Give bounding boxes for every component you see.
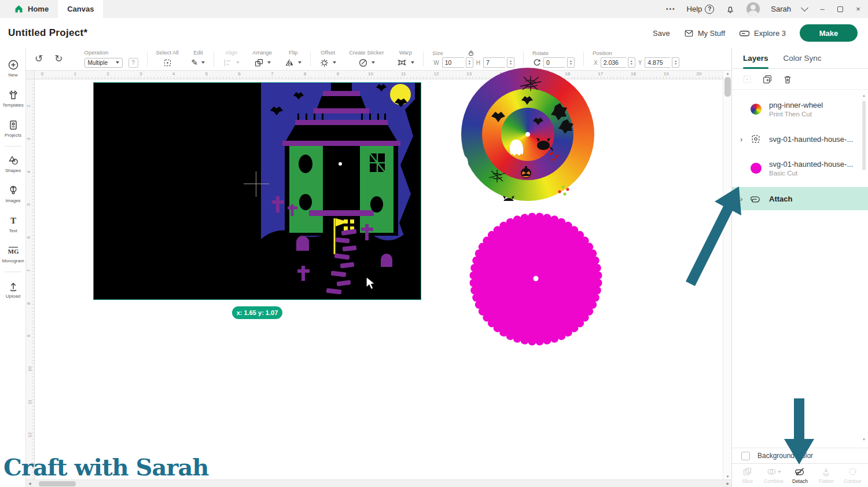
tab-home[interactable]: Home [5, 0, 58, 18]
panel-scroll-thumb[interactable] [862, 101, 866, 170]
detach-icon [795, 467, 805, 477]
create-sticker-menu[interactable]: Create Sticker [343, 49, 390, 68]
position-y-stepper[interactable]: ▲▼ [672, 57, 679, 68]
v-scroll-thumb[interactable] [724, 77, 731, 97]
layer-row-svg-01-haunted-house[interactable]: svg-01-haunted-house-...Basic Cut [732, 153, 868, 182]
panel-scroll-down-icon[interactable]: ▼ [862, 438, 866, 441]
slice-icon [742, 467, 752, 477]
help-label: Help [687, 5, 703, 13]
magenta-scallop-artwork[interactable] [468, 211, 604, 347]
redo-icon[interactable]: ↻ [54, 53, 62, 65]
position-y-input[interactable] [645, 57, 670, 68]
chevron-down-icon [298, 61, 301, 64]
width-stepper[interactable]: ▲▼ [466, 57, 473, 68]
coordinate-badge: x: 1.65 y: 1.07 [232, 306, 282, 319]
canvas-vertical-scrollbar[interactable]: ▲ ▼ [723, 71, 731, 479]
combine-button[interactable]: Combine [761, 467, 786, 484]
slice-button[interactable]: Slice [735, 467, 760, 484]
layer-subtitle: Basic Cut [769, 170, 853, 177]
save-button[interactable]: Save [653, 29, 670, 38]
flatten-button[interactable]: Flatten [814, 467, 839, 484]
layer-title: svg-01-haunted-house-... [769, 135, 853, 144]
sidebar-item-shapes[interactable]: Shapes [0, 149, 26, 179]
tab-color-sync[interactable]: Color Sync [784, 47, 822, 69]
scroll-right-icon[interactable]: ▶ [726, 481, 729, 485]
layer-row-attach[interactable]: ›Attach [732, 187, 868, 210]
bell-icon[interactable] [725, 4, 735, 14]
help-button[interactable]: Help ? [687, 5, 715, 14]
machine-select[interactable]: Explore 3 [739, 29, 786, 38]
select-all-button[interactable]: Select All [150, 49, 185, 68]
edit-menu[interactable]: Edit ✎ [185, 49, 212, 68]
x-label: X [594, 60, 598, 66]
width-input[interactable] [442, 57, 464, 68]
sidebar-item-monogram[interactable]: MGMonogram [0, 239, 26, 269]
minimize-button[interactable]: – [818, 5, 826, 13]
height-stepper[interactable]: ▲▼ [507, 57, 514, 68]
user-avatar[interactable] [746, 2, 760, 16]
sidebar-item-text[interactable]: TText [0, 209, 26, 239]
combine-icon [767, 467, 781, 477]
rotate-input[interactable] [543, 57, 565, 68]
lock-icon[interactable] [468, 50, 475, 56]
layer-title: Attach [769, 195, 792, 203]
templates-icon [8, 89, 19, 101]
layer-row-svg-01-haunted-house[interactable]: ›svg-01-haunted-house-... [732, 128, 868, 150]
duplicate-icon[interactable] [762, 74, 773, 85]
scallop-center-dot [534, 276, 539, 281]
sidebar-item-new[interactable]: New [0, 53, 26, 83]
chevron-down-icon [778, 471, 781, 473]
position-x-stepper[interactable]: ▲▼ [628, 57, 635, 68]
sidebar-item-templates[interactable]: Templates [0, 83, 26, 113]
more-menu-icon[interactable]: ••• [666, 6, 676, 12]
arrange-menu[interactable]: Arrange [246, 49, 278, 68]
scroll-left-icon[interactable]: ◀ [28, 481, 31, 485]
sidebar-item-upload[interactable]: Upload [0, 274, 26, 305]
my-stuff-button[interactable]: My Stuff [684, 29, 725, 38]
sidebar-item-images[interactable]: Images [0, 179, 26, 209]
layer-row-png-inner-wheel[interactable]: png-inner-wheelPrint Then Cut [732, 94, 868, 123]
scroll-down-icon[interactable]: ▼ [723, 475, 732, 478]
trash-icon[interactable] [782, 74, 793, 85]
tab-layers[interactable]: Layers [743, 47, 768, 69]
warp-menu[interactable]: Warp [390, 49, 421, 68]
background-color-checkbox[interactable] [741, 452, 750, 460]
height-input[interactable] [483, 57, 505, 68]
panel-scroll-up-icon[interactable]: ▲ [862, 94, 866, 97]
h-ruler-number: 10 [368, 71, 373, 76]
user-name[interactable]: Sarah [771, 5, 791, 13]
maximize-button[interactable] [837, 6, 843, 12]
operation-help-button[interactable]: ? [128, 58, 138, 68]
mouse-cursor-icon [365, 276, 378, 294]
close-button[interactable]: × [854, 5, 862, 13]
scroll-up-icon[interactable]: ▲ [723, 72, 732, 75]
align-menu[interactable]: Align [216, 49, 246, 68]
user-menu-chevron-icon[interactable] [801, 4, 808, 12]
make-button[interactable]: Make [800, 24, 858, 42]
rainbow-wheel-artwork[interactable] [461, 68, 594, 201]
haunted-house-artwork[interactable] [94, 83, 421, 299]
undo-icon[interactable]: ↺ [35, 53, 43, 65]
tab-canvas[interactable]: Canvas [58, 0, 103, 18]
rotate-stepper[interactable]: ▲▼ [567, 57, 575, 68]
chevron-right-icon[interactable]: › [740, 135, 749, 144]
contour-button[interactable]: Contour [840, 467, 865, 484]
detach-button[interactable]: Detach [787, 467, 812, 484]
chevron-down-icon [236, 61, 240, 64]
select-layers-icon[interactable] [742, 74, 752, 85]
chevron-down-icon [333, 61, 336, 64]
h-ruler-number: 8 [304, 71, 306, 76]
sidebar-item-projects[interactable]: Projects [0, 113, 26, 144]
operation-label: Operation [84, 49, 109, 56]
flip-menu[interactable]: Flip [278, 49, 308, 68]
position-x-input[interactable] [601, 57, 626, 68]
canvas-area[interactable]: 01234567891011121314151617181920 2345678… [26, 71, 731, 487]
project-title: Untitled Project* [8, 27, 87, 39]
h-scroll-thumb[interactable] [39, 481, 76, 486]
rotate-icon[interactable] [532, 58, 542, 67]
warp-icon [396, 58, 407, 67]
chevron-right-icon[interactable]: › [740, 195, 749, 203]
left-sidebar: NewTemplatesProjectsShapesImagesTTextMGM… [0, 47, 26, 487]
offset-menu[interactable]: Offset [313, 49, 343, 68]
operation-select[interactable]: Multiple [84, 58, 123, 68]
